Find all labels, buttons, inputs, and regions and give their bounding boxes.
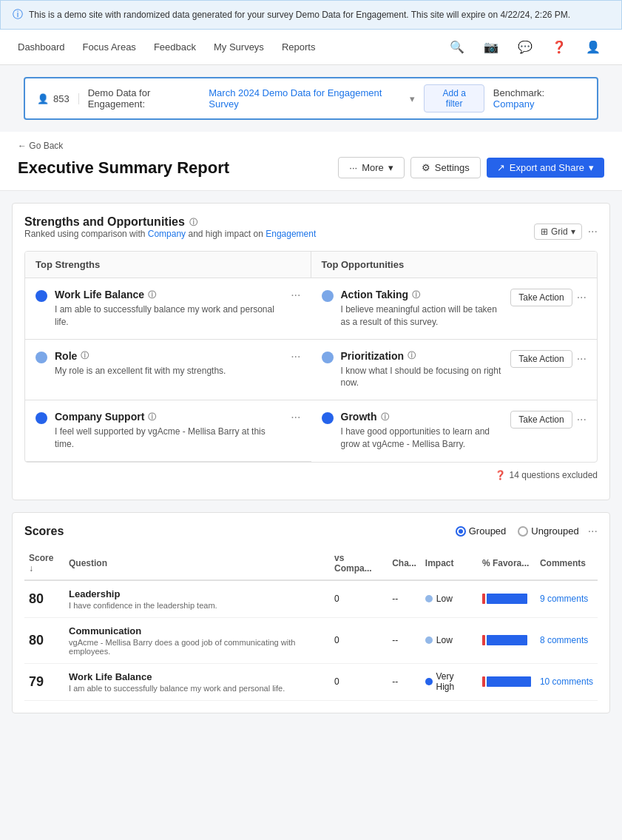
col-impact: Impact xyxy=(421,547,478,580)
item-more-icon-3[interactable]: ··· xyxy=(291,411,300,424)
ungrouped-radio[interactable]: Ungrouped xyxy=(518,525,578,537)
nav-my-surveys[interactable]: My Surveys xyxy=(214,38,264,56)
col-score[interactable]: Score ↓ xyxy=(24,547,64,580)
comments-link[interactable]: 9 comments xyxy=(540,594,588,604)
strength-item-role: Role ⓘ My role is an excellent fit with … xyxy=(25,340,311,401)
dropdown-chevron-icon: ▾ xyxy=(410,93,415,104)
strengths-more-options[interactable]: ··· xyxy=(588,225,598,238)
vs-company-cell: 0 xyxy=(330,663,388,700)
opportunity-dot-3 xyxy=(322,412,334,424)
opportunity-dot xyxy=(322,290,334,302)
opp-more-icon[interactable]: ··· xyxy=(577,291,586,304)
bar-blue xyxy=(487,676,531,687)
nav-reports[interactable]: Reports xyxy=(282,38,316,56)
take-action-button-1[interactable]: Take Action xyxy=(510,289,572,306)
opp-more-icon-2[interactable]: ··· xyxy=(577,352,586,366)
table-row: 80 Communication vgAcme - Mellisa Barry … xyxy=(24,617,598,663)
col-change: Cha... xyxy=(388,547,421,580)
change-cell: -- xyxy=(388,580,421,618)
opportunity-content-3: Growth ⓘ I have good opportunities to le… xyxy=(341,411,504,451)
favorable-cell xyxy=(478,663,535,700)
scores-header: Scores Grouped Ungrouped ··· xyxy=(24,525,598,538)
vs-company-cell: 0 xyxy=(330,617,388,663)
favorable-cell xyxy=(478,617,535,663)
search-icon[interactable]: 🔍 xyxy=(446,36,468,58)
scores-header-row: Score ↓ Question vs Compa... Cha... Impa… xyxy=(24,547,598,580)
item-info-icon[interactable]: ⓘ xyxy=(148,289,156,300)
favorable-cell xyxy=(478,580,535,618)
item-info-icon-3[interactable]: ⓘ xyxy=(148,411,156,423)
respondents-count: 👤 853 xyxy=(37,93,79,104)
camera-icon[interactable]: 📷 xyxy=(480,36,502,58)
change-cell: -- xyxy=(388,617,421,663)
strength-actions-3: ··· xyxy=(291,411,300,424)
bar-red xyxy=(482,676,485,687)
export-chevron-icon: ▾ xyxy=(589,162,594,173)
take-action-button-2[interactable]: Take Action xyxy=(510,350,572,368)
nav-links: Dashboard Focus Areas Feedback My Survey… xyxy=(18,38,315,56)
item-info-icon-2[interactable]: ⓘ xyxy=(81,350,89,361)
col-question: Question xyxy=(64,547,330,580)
nav-dashboard[interactable]: Dashboard xyxy=(18,38,65,56)
report-actions: ··· More ▾ ⚙ Settings ↗ Export and Share… xyxy=(338,157,604,178)
strength-desc-3: I feel well supported by vgAcme - Mellis… xyxy=(55,426,283,451)
strengths-header: Strengths and Opportunities ⓘ Ranked usi… xyxy=(24,215,598,248)
comments-link[interactable]: 10 comments xyxy=(540,676,593,687)
opp-info-icon[interactable]: ⓘ xyxy=(412,289,420,300)
benchmark-label: Benchmark: Company xyxy=(493,87,585,110)
opportunity-actions-3: Take Action ··· xyxy=(510,411,586,429)
opportunity-title: Action Taking ⓘ xyxy=(341,289,504,300)
grid-chevron-icon: ▾ xyxy=(571,226,575,237)
take-action-button-3[interactable]: Take Action xyxy=(510,411,572,429)
opp-more-icon-3[interactable]: ··· xyxy=(577,413,586,426)
strength-item-work-life: Work Life Balance ⓘ I am able to success… xyxy=(25,278,311,340)
engagement-link[interactable]: Engagement xyxy=(266,229,316,239)
info-icon: ⓘ xyxy=(13,8,23,21)
survey-label: Demo Data for Engagement: xyxy=(88,87,206,110)
settings-button[interactable]: ⚙ Settings xyxy=(410,157,481,178)
opp-info-icon-2[interactable]: ⓘ xyxy=(408,350,416,361)
strength-content: Work Life Balance ⓘ I am able to success… xyxy=(55,289,283,329)
strength-title: Work Life Balance ⓘ xyxy=(55,289,283,300)
strength-actions-2: ··· xyxy=(291,350,300,363)
nav-feedback[interactable]: Feedback xyxy=(154,38,196,56)
score-cell: 80 xyxy=(24,617,64,663)
impact-dot xyxy=(425,595,433,602)
table-row: 80 Leadership I have confidence in the l… xyxy=(24,580,598,618)
more-button[interactable]: ··· More ▾ xyxy=(338,157,404,178)
survey-period[interactable]: March 2024 Demo Data for Engagement Surv… xyxy=(209,87,407,110)
impact-cell: Low xyxy=(421,580,478,618)
opp-info-icon-3[interactable]: ⓘ xyxy=(381,411,389,423)
opportunity-actions: Take Action ··· xyxy=(510,289,586,306)
grouped-radio-dot xyxy=(456,526,466,537)
person-icon[interactable]: 👤 xyxy=(582,36,604,58)
scores-thead: Score ↓ Question vs Compa... Cha... Impa… xyxy=(24,547,598,580)
favorable-bar xyxy=(482,594,531,604)
export-share-button[interactable]: ↗ Export and Share ▾ xyxy=(487,158,604,178)
message-icon[interactable]: 💬 xyxy=(514,36,536,58)
benchmark-company-link2[interactable]: Company xyxy=(148,229,186,239)
add-filter-button[interactable]: Add a filter xyxy=(424,84,484,112)
opportunity-title-3: Growth ⓘ xyxy=(341,411,504,423)
more-chevron-icon: ▾ xyxy=(388,162,393,173)
strengths-info-icon[interactable]: ⓘ xyxy=(189,217,197,228)
go-back-button[interactable]: ← Go Back xyxy=(18,141,604,151)
grouped-radio[interactable]: Grouped xyxy=(456,525,507,537)
top-nav: Dashboard Focus Areas Feedback My Survey… xyxy=(0,30,622,65)
item-more-icon[interactable]: ··· xyxy=(291,289,300,302)
excluded-icon: ❓ xyxy=(495,470,506,480)
question-cell: Work Life Balance I am able to successfu… xyxy=(64,663,330,700)
strength-title-2: Role ⓘ xyxy=(55,350,283,362)
item-more-icon-2[interactable]: ··· xyxy=(291,350,300,363)
impact-cell: Low xyxy=(421,617,478,663)
scores-more-options[interactable]: ··· xyxy=(588,525,598,538)
impact-dot-vh xyxy=(425,678,433,685)
nav-focus-areas[interactable]: Focus Areas xyxy=(83,38,136,56)
col-opportunities-header: Top Opportunities xyxy=(311,252,598,278)
opportunity-actions-2: Take Action ··· xyxy=(510,350,586,368)
strength-dot xyxy=(36,290,47,302)
grid-view-button[interactable]: ⊞ Grid ▾ xyxy=(534,224,582,240)
comments-link[interactable]: 8 comments xyxy=(540,635,588,645)
help-icon[interactable]: ❓ xyxy=(548,36,570,58)
benchmark-company-link[interactable]: Company xyxy=(493,98,535,110)
